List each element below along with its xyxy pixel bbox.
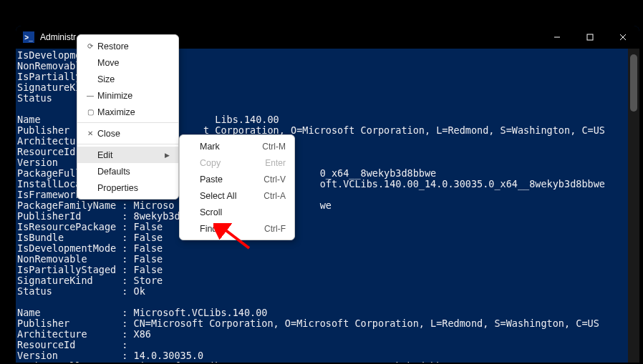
menu-item-label: Close <box>97 129 170 139</box>
menu-item-label: Restore <box>97 41 170 51</box>
edit-menu-item-find-[interactable]: Find...Ctrl-F <box>180 220 294 237</box>
menu-item-label: Minimize <box>97 91 170 101</box>
menu-item-label: Scroll <box>200 207 286 217</box>
edit-submenu: MarkCtrl-MCopyEnterPasteCtrl-VSelect All… <box>179 134 295 240</box>
edit-menu-item-scroll[interactable]: Scroll <box>180 204 294 220</box>
window-title: Administr <box>40 32 76 42</box>
menu-item-shortcut: Ctrl-A <box>264 191 286 201</box>
menu-item-label: Size <box>97 74 170 84</box>
menu-separator <box>77 144 178 144</box>
menu-item-icon: ✕ <box>83 129 97 137</box>
win-menu-item-close[interactable]: ✕Close <box>77 125 178 142</box>
menu-separator <box>77 122 178 123</box>
edit-menu-item-copy: CopyEnter <box>180 154 294 171</box>
edit-menu-item-select-all[interactable]: Select AllCtrl-A <box>180 187 294 204</box>
menu-item-label: Move <box>97 58 170 68</box>
menu-item-label: Properties <box>97 183 170 193</box>
svg-rect-1 <box>587 34 593 40</box>
menu-item-label: Copy <box>200 158 265 168</box>
powershell-icon: >_ <box>23 31 34 43</box>
menu-item-label: Maximize <box>97 107 170 117</box>
chevron-right-icon: ▶ <box>165 152 170 159</box>
menu-item-label: Edit <box>97 150 165 160</box>
menu-item-shortcut: Ctrl-M <box>262 142 286 152</box>
win-menu-item-defaults[interactable]: Defaults <box>77 163 178 179</box>
win-menu-item-properties[interactable]: Properties <box>77 179 178 196</box>
win-menu-item-move[interactable]: Move <box>77 54 178 71</box>
menu-item-shortcut: Ctrl-V <box>264 174 286 185</box>
menu-item-label: Select All <box>200 191 264 201</box>
window-context-menu: ⟳RestoreMoveSize—Minimize▢Maximize✕Close… <box>77 34 179 200</box>
scrollbar-thumb[interactable] <box>630 54 637 112</box>
win-menu-item-maximize[interactable]: ▢Maximize <box>77 104 178 120</box>
menu-item-label: Find... <box>200 224 264 234</box>
window-controls <box>541 26 639 49</box>
menu-item-icon: — <box>83 92 97 99</box>
menu-item-shortcut: Ctrl-F <box>264 224 286 234</box>
menu-item-label: Defaults <box>97 167 170 177</box>
menu-item-icon: ⟳ <box>83 42 97 50</box>
win-menu-item-restore[interactable]: ⟳Restore <box>77 38 178 54</box>
edit-menu-item-paste[interactable]: PasteCtrl-V <box>180 171 294 187</box>
win-menu-item-minimize[interactable]: —Minimize <box>77 87 178 104</box>
menu-item-shortcut: Enter <box>265 158 286 168</box>
menu-item-icon: ▢ <box>83 108 97 116</box>
win-menu-item-edit[interactable]: Edit▶ <box>77 147 178 163</box>
maximize-button[interactable] <box>574 26 606 49</box>
menu-item-label: Paste <box>200 174 264 185</box>
minimize-button[interactable] <box>541 26 574 49</box>
edit-menu-item-mark[interactable]: MarkCtrl-M <box>180 138 294 154</box>
menu-item-label: Mark <box>200 142 262 152</box>
win-menu-item-size[interactable]: Size <box>77 71 178 87</box>
scrollbar[interactable] <box>628 49 639 363</box>
close-button[interactable] <box>606 26 639 49</box>
